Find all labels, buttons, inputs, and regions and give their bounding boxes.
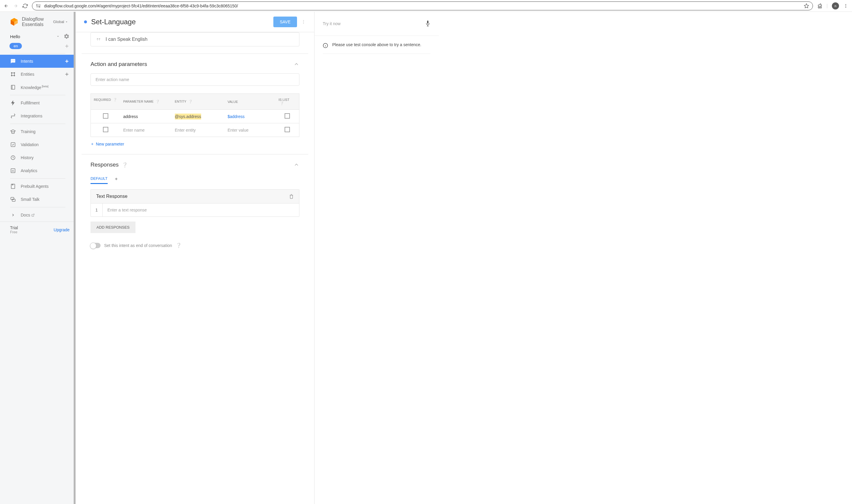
sidebar-item-history[interactable]: History: [0, 151, 75, 164]
collapse-responses-icon[interactable]: [293, 162, 300, 168]
quote-icon: [96, 37, 101, 41]
col-value: VALUE: [228, 100, 238, 104]
sidebar-item-training[interactable]: Training: [0, 125, 75, 138]
sidebar-item-validation[interactable]: Validation: [0, 138, 75, 151]
entities-icon: [10, 71, 16, 77]
svg-point-9: [14, 75, 15, 76]
svg-point-5: [846, 7, 846, 8]
sidebar: DialogflowEssentials Global Hello en Int…: [0, 12, 76, 504]
param-name-cell[interactable]: address: [121, 110, 172, 123]
islist-checkbox[interactable]: [285, 113, 290, 119]
logo-text: DialogflowEssentials: [22, 17, 44, 27]
svg-point-20: [303, 23, 304, 24]
help-icon[interactable]: ❔: [156, 100, 160, 103]
help-icon[interactable]: ❔: [280, 102, 284, 105]
smalltalk-icon: [10, 196, 16, 202]
text-response-input[interactable]: [103, 203, 299, 216]
star-icon[interactable]: [804, 3, 809, 8]
sidebar-item-smalltalk[interactable]: Small Talk: [0, 193, 75, 206]
browser-menu-button[interactable]: [843, 3, 849, 8]
delete-response-icon[interactable]: [289, 194, 294, 199]
section-title-responses: Responses ❔: [91, 162, 128, 168]
main-content: Set-Language SAVE I can Speak English Ac…: [76, 12, 314, 504]
sidebar-item-label: Docs: [21, 213, 35, 217]
required-checkbox[interactable]: [103, 113, 108, 119]
svg-rect-11: [11, 143, 15, 147]
training-phrase-row[interactable]: I can Speak English: [91, 32, 300, 47]
svg-marker-2: [804, 3, 809, 8]
reload-button[interactable]: [22, 3, 28, 8]
parameters-table: REQUIRED ❔ PARAMETER NAME ❔ ENTITY ❔ VAL…: [91, 93, 300, 137]
sidebar-item-docs[interactable]: Docs: [0, 209, 75, 221]
response-tab-default[interactable]: DEFAULT: [91, 174, 108, 184]
svg-point-8: [11, 75, 13, 76]
parameter-row-new: [91, 123, 300, 137]
help-icon[interactable]: ❔: [188, 100, 193, 103]
svg-point-6: [11, 72, 13, 74]
help-icon[interactable]: ❔: [122, 162, 128, 167]
response-card-title: Text Response: [96, 194, 127, 199]
microphone-icon[interactable]: [425, 20, 431, 27]
add-entity-button[interactable]: [64, 72, 70, 77]
address-bar[interactable]: dialogflow.cloud.google.com/#/agent/mypr…: [32, 1, 813, 10]
param-entity-input[interactable]: [175, 128, 222, 132]
try-it-input[interactable]: Try it now: [323, 21, 341, 26]
param-value-input[interactable]: [228, 128, 272, 132]
sidebar-item-analytics[interactable]: Analytics: [0, 164, 75, 177]
param-entity-cell[interactable]: @sys.address: [175, 113, 201, 120]
help-icon[interactable]: ❔: [176, 242, 182, 248]
history-icon: [10, 155, 16, 161]
required-checkbox[interactable]: [103, 127, 108, 132]
sidebar-item-label: History: [21, 155, 34, 160]
svg-point-7: [14, 72, 15, 74]
save-button[interactable]: SAVE: [273, 17, 297, 27]
region-selector[interactable]: Global: [53, 19, 68, 24]
add-language-button[interactable]: [64, 43, 70, 49]
back-button[interactable]: [3, 3, 9, 8]
add-intent-button[interactable]: [64, 58, 70, 64]
language-pill[interactable]: en: [10, 43, 22, 49]
add-responses-button[interactable]: ADD RESPONSES: [91, 221, 135, 233]
gear-icon[interactable]: [64, 33, 70, 39]
intent-icon: [10, 58, 16, 64]
action-name-input[interactable]: [91, 73, 300, 86]
sidebar-item-label: Analytics: [21, 168, 37, 173]
upgrade-link[interactable]: Upgrade: [54, 228, 70, 232]
agent-name: Hello: [10, 34, 56, 39]
agent-dropdown[interactable]: [56, 34, 60, 38]
collapse-action-icon[interactable]: [293, 61, 300, 67]
svg-rect-10: [11, 85, 15, 89]
help-icon[interactable]: ❔: [113, 98, 117, 102]
sidebar-item-knowledge[interactable]: Knowledge[beta]: [0, 81, 75, 94]
sidebar-item-fulfillment[interactable]: Fulfillment: [0, 96, 75, 109]
extensions-icon[interactable]: [817, 3, 822, 8]
sidebar-item-label: Knowledge[beta]: [21, 85, 49, 90]
sidebar-item-integrations[interactable]: Integrations: [0, 109, 75, 123]
param-name-input[interactable]: [123, 128, 169, 132]
plan-sublabel: Free: [10, 230, 18, 234]
end-of-conversation-toggle[interactable]: [91, 243, 101, 248]
chevron-right-icon: [10, 212, 16, 218]
sidebar-item-entities[interactable]: Entities: [0, 68, 75, 81]
col-islist: IS LIST: [279, 98, 290, 102]
response-row-number: 1: [91, 203, 103, 216]
islist-checkbox[interactable]: [285, 127, 290, 132]
analytics-icon: [10, 168, 16, 174]
validation-icon: [10, 142, 16, 148]
sidebar-item-prebuilt[interactable]: Prebuilt Agents: [0, 180, 75, 193]
browser-toolbar: dialogflow.cloud.google.com/#/agent/mypr…: [0, 0, 852, 12]
param-value-cell[interactable]: $address: [224, 110, 275, 123]
forward-button[interactable]: [13, 3, 18, 8]
new-parameter-button[interactable]: New parameter: [91, 142, 124, 146]
sidebar-item-label: Small Talk: [21, 197, 40, 202]
svg-point-4: [846, 5, 846, 6]
profile-avatar[interactable]: n: [832, 2, 839, 10]
svg-point-18: [303, 20, 304, 21]
add-response-tab-button[interactable]: [114, 177, 118, 181]
parameter-row: address @sys.address $address: [91, 110, 300, 123]
sidebar-item-label: Entities: [21, 72, 34, 77]
intent-title[interactable]: Set-Language: [91, 18, 269, 26]
more-options-button[interactable]: [301, 19, 306, 24]
site-controls-icon[interactable]: [36, 4, 41, 8]
sidebar-item-intents[interactable]: Intents: [0, 55, 75, 68]
